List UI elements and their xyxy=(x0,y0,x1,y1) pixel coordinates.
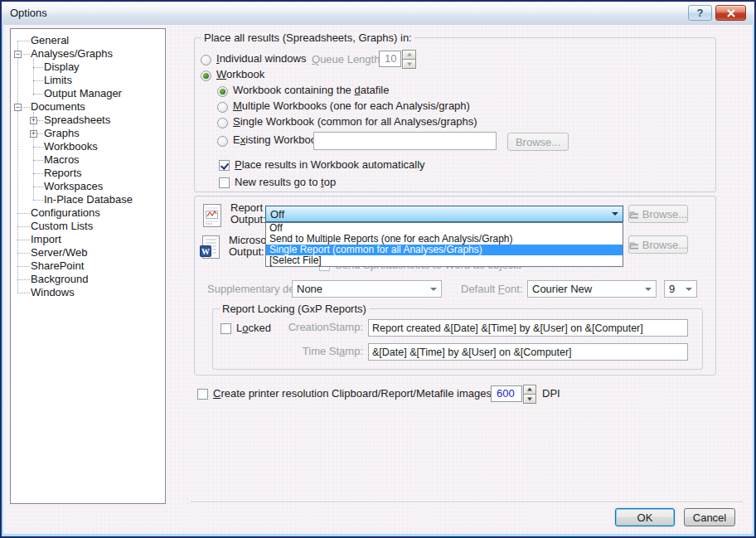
dpi-stepper[interactable] xyxy=(523,385,536,403)
tree-item-label[interactable]: Windows xyxy=(31,286,75,299)
spin-down-icon[interactable] xyxy=(523,394,536,404)
tree-item-workbooks[interactable]: Workbooks xyxy=(11,140,165,153)
close-button[interactable] xyxy=(715,5,746,21)
expand-icon[interactable]: + xyxy=(30,130,37,138)
tree-item-label[interactable]: SharePoint xyxy=(31,259,84,273)
report-locking-group-title: Report Locking (GxP Reports) xyxy=(220,303,369,315)
tree-item-label[interactable]: General xyxy=(31,34,69,47)
dropdown-item-1[interactable]: Send to Multiple Reports (one for each A… xyxy=(266,234,623,245)
tree-item-limits[interactable]: Limits xyxy=(11,74,165,87)
tree-connector xyxy=(17,253,30,254)
multiple-workbooks-label[interactable]: Multiple Workbooks (one for each Analysi… xyxy=(233,99,470,113)
tree-item-label[interactable]: Limits xyxy=(44,74,72,87)
tree-item-sharepoint[interactable]: SharePoint xyxy=(11,259,165,273)
existing-workbook-label[interactable]: Existing Workbook: xyxy=(233,133,325,147)
default-font-combobox[interactable]: Courier New xyxy=(527,280,657,298)
chevron-down-icon[interactable] xyxy=(427,282,440,296)
tree-item-analyses-graphs[interactable]: −Analyses/Graphs xyxy=(11,47,165,61)
tree-item-label[interactable]: Import xyxy=(31,233,61,246)
place-results-automatically-label[interactable]: Place results in Workbook automatically xyxy=(235,158,425,172)
tree-item-label[interactable]: Macros xyxy=(44,153,80,167)
tree-item-in-place-database[interactable]: In-Place Database xyxy=(11,193,165,206)
dpi-input[interactable]: 600 xyxy=(491,385,522,402)
tree-item-label[interactable]: Analyses/Graphs xyxy=(31,47,113,61)
tree-item-label[interactable]: Server/Web xyxy=(31,246,87,259)
collapse-icon[interactable]: − xyxy=(14,104,22,111)
tree-item-label[interactable]: Background xyxy=(31,273,88,286)
collapse-icon[interactable]: − xyxy=(14,51,22,58)
tree-item-server-web[interactable]: Server/Web xyxy=(11,246,165,259)
locked-label[interactable]: Locked xyxy=(236,322,271,335)
close-icon xyxy=(726,9,736,17)
tree-item-custom-lists[interactable]: Custom Lists xyxy=(11,220,165,233)
tree-item-general[interactable]: General xyxy=(11,34,165,47)
individual-windows-label[interactable]: Individual windows xyxy=(216,52,306,65)
titlebar[interactable]: Options ? xyxy=(2,2,754,26)
tree-item-output-manager[interactable]: Output Manager xyxy=(11,87,165,100)
tree-item-label[interactable]: Workspaces xyxy=(44,180,103,193)
font-size-combobox[interactable]: 9 xyxy=(664,280,697,298)
expand-icon[interactable]: + xyxy=(30,117,37,124)
chevron-down-icon[interactable] xyxy=(642,282,655,296)
tree-item-label[interactable]: Spreadsheets xyxy=(44,114,110,127)
place-results-automatically-checkbox[interactable] xyxy=(219,160,230,171)
report-output-combobox[interactable]: Off xyxy=(265,206,623,222)
report-output-dropdown-list: OffSend to Multiple Reports (one for eac… xyxy=(265,222,623,267)
tree-item-label[interactable]: Display xyxy=(44,61,80,74)
time-stamp-input[interactable] xyxy=(368,343,688,361)
report-output-label-line2: Output: xyxy=(230,214,266,225)
new-results-top-checkbox[interactable] xyxy=(219,177,230,188)
single-workbook-radio[interactable] xyxy=(217,118,228,128)
workbook-radio[interactable] xyxy=(201,70,211,81)
help-button[interactable]: ? xyxy=(688,5,712,21)
report-document-icon xyxy=(202,203,224,228)
tree-item-configurations[interactable]: Configurations xyxy=(11,206,165,220)
queue-length-value: 10 xyxy=(385,52,396,65)
ok-button[interactable]: OK xyxy=(615,508,675,526)
tree-item-reports[interactable]: Reports xyxy=(11,167,165,180)
tree-item-label[interactable]: Output Manager xyxy=(44,87,122,100)
new-results-top-label[interactable]: New results go to top xyxy=(235,176,336,189)
chevron-down-icon[interactable] xyxy=(608,207,622,221)
tree-item-label[interactable]: Workbooks xyxy=(44,140,98,153)
tree-item-label[interactable]: Documents xyxy=(31,100,85,114)
tree-item-label[interactable]: In-Place Database xyxy=(44,193,133,206)
word-output-browse-button: Browse... xyxy=(628,235,688,254)
tree-item-import[interactable]: Import xyxy=(11,233,165,246)
dropdown-item-2[interactable]: Single Report (common for all Analyses/G… xyxy=(266,245,623,255)
dropdown-item-3[interactable]: [Select File] xyxy=(266,255,623,266)
tree-item-workspaces[interactable]: Workspaces xyxy=(11,180,165,193)
creation-stamp-input[interactable] xyxy=(368,319,688,337)
browse-label: Browse... xyxy=(642,208,687,221)
time-stamp-label: Time Stamp: xyxy=(282,345,363,358)
tree-item-macros[interactable]: Macros xyxy=(11,153,165,167)
individual-windows-radio[interactable] xyxy=(201,55,211,65)
tree-item-label[interactable]: Custom Lists xyxy=(31,220,93,233)
printer-resolution-label[interactable]: Create printer resolution Clipboard/Repo… xyxy=(213,387,495,400)
tree-item-display[interactable]: Display xyxy=(11,61,165,74)
workbook-containing-datafile-radio[interactable] xyxy=(217,86,228,97)
dropdown-item-0[interactable]: Off xyxy=(266,223,623,234)
locked-checkbox[interactable] xyxy=(220,323,231,334)
tree-item-label[interactable]: Reports xyxy=(44,167,82,180)
single-workbook-label[interactable]: Single Workbook (common for all Analyses… xyxy=(233,115,477,128)
tree-item-label[interactable]: Graphs xyxy=(44,127,80,140)
supplementary-detail-combobox[interactable]: None xyxy=(292,280,442,298)
cancel-button[interactable]: Cancel xyxy=(684,508,735,526)
tree-item-documents[interactable]: −Documents xyxy=(11,100,165,114)
tree-item-spreadsheets[interactable]: +Spreadsheets xyxy=(11,114,165,127)
tree-item-background[interactable]: Background xyxy=(11,273,165,286)
existing-workbook-radio[interactable] xyxy=(217,136,228,147)
cancel-label: Cancel xyxy=(693,511,726,524)
tree-item-label[interactable]: Configurations xyxy=(31,206,100,220)
chevron-down-icon[interactable] xyxy=(682,282,695,296)
existing-workbook-input[interactable] xyxy=(313,132,497,150)
tree-item-windows[interactable]: Windows xyxy=(11,286,165,299)
tree-item-graphs[interactable]: +Graphs xyxy=(11,127,165,140)
font-size-value: 9 xyxy=(669,283,680,296)
report-output-selected-value: Off xyxy=(270,208,606,221)
multiple-workbooks-radio[interactable] xyxy=(217,102,228,113)
workbook-containing-datafile-label[interactable]: Workbook containing the datafile xyxy=(233,84,389,97)
printer-resolution-checkbox[interactable] xyxy=(197,389,208,400)
workbook-label[interactable]: Workbook xyxy=(216,68,264,81)
